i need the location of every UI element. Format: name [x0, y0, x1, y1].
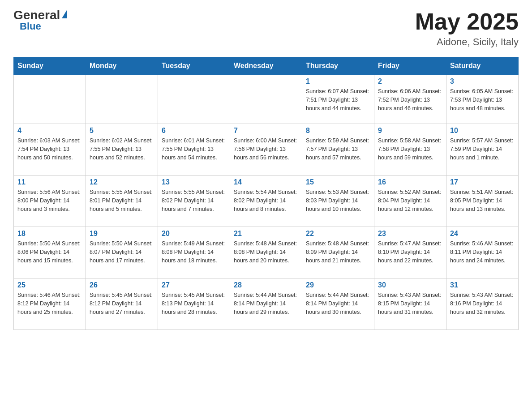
day-info: Sunrise: 5:58 AM Sunset: 7:58 PM Dayligh…: [378, 137, 442, 162]
calendar-table: Sunday Monday Tuesday Wednesday Thursday…: [13, 57, 519, 330]
table-row: 30Sunrise: 5:43 AM Sunset: 8:15 PM Dayli…: [374, 278, 446, 330]
table-row: [14, 75, 86, 124]
day-number: 12: [90, 178, 154, 186]
day-info: Sunrise: 5:55 AM Sunset: 8:01 PM Dayligh…: [90, 188, 154, 213]
table-row: 19Sunrise: 5:50 AM Sunset: 8:07 PM Dayli…: [86, 227, 158, 278]
day-number: 7: [234, 127, 298, 135]
table-row: 12Sunrise: 5:55 AM Sunset: 8:01 PM Dayli…: [86, 176, 158, 227]
day-number: 26: [90, 281, 154, 289]
day-info: Sunrise: 5:55 AM Sunset: 8:02 PM Dayligh…: [162, 188, 226, 213]
day-number: 25: [17, 281, 82, 289]
day-info: Sunrise: 5:43 AM Sunset: 8:16 PM Dayligh…: [450, 291, 515, 316]
month-year-title: May 2025: [415, 9, 519, 34]
day-info: Sunrise: 6:07 AM Sunset: 7:51 PM Dayligh…: [306, 87, 370, 112]
day-info: Sunrise: 5:52 AM Sunset: 8:04 PM Dayligh…: [378, 188, 442, 213]
day-number: 16: [378, 178, 442, 186]
logo-general-text: General: [13, 9, 60, 21]
table-row: 23Sunrise: 5:47 AM Sunset: 8:10 PM Dayli…: [374, 227, 446, 278]
col-wednesday: Wednesday: [230, 57, 302, 75]
table-row: 27Sunrise: 5:45 AM Sunset: 8:13 PM Dayli…: [158, 278, 230, 330]
logo: General Blue: [13, 9, 67, 32]
day-info: Sunrise: 5:54 AM Sunset: 8:02 PM Dayligh…: [234, 188, 298, 213]
day-info: Sunrise: 5:57 AM Sunset: 7:59 PM Dayligh…: [450, 137, 515, 162]
day-info: Sunrise: 5:50 AM Sunset: 8:06 PM Dayligh…: [17, 240, 82, 265]
week-row-5: 25Sunrise: 5:46 AM Sunset: 8:12 PM Dayli…: [14, 278, 519, 330]
day-info: Sunrise: 5:51 AM Sunset: 8:05 PM Dayligh…: [450, 188, 515, 213]
day-info: Sunrise: 5:47 AM Sunset: 8:10 PM Dayligh…: [378, 240, 442, 265]
table-row: 5Sunrise: 6:02 AM Sunset: 7:55 PM Daylig…: [86, 124, 158, 176]
day-number: 4: [17, 127, 82, 135]
day-number: 19: [90, 230, 154, 238]
table-row: [86, 75, 158, 124]
day-info: Sunrise: 5:48 AM Sunset: 8:08 PM Dayligh…: [234, 240, 298, 265]
day-number: 29: [306, 281, 370, 289]
table-row: 8Sunrise: 5:59 AM Sunset: 7:57 PM Daylig…: [302, 124, 374, 176]
calendar-header-row: Sunday Monday Tuesday Wednesday Thursday…: [14, 57, 519, 75]
day-number: 10: [450, 127, 515, 135]
table-row: 2Sunrise: 6:06 AM Sunset: 7:52 PM Daylig…: [374, 75, 446, 124]
day-info: Sunrise: 5:45 AM Sunset: 8:13 PM Dayligh…: [162, 291, 226, 316]
col-thursday: Thursday: [302, 57, 374, 75]
day-number: 1: [306, 77, 370, 86]
table-row: 1Sunrise: 6:07 AM Sunset: 7:51 PM Daylig…: [302, 75, 374, 124]
day-info: Sunrise: 6:01 AM Sunset: 7:55 PM Dayligh…: [162, 137, 226, 162]
day-info: Sunrise: 5:44 AM Sunset: 8:14 PM Dayligh…: [306, 291, 370, 316]
day-info: Sunrise: 5:46 AM Sunset: 8:12 PM Dayligh…: [17, 291, 82, 316]
table-row: 13Sunrise: 5:55 AM Sunset: 8:02 PM Dayli…: [158, 176, 230, 227]
day-info: Sunrise: 5:45 AM Sunset: 8:12 PM Dayligh…: [90, 291, 154, 316]
week-row-4: 18Sunrise: 5:50 AM Sunset: 8:06 PM Dayli…: [14, 227, 519, 278]
day-number: 13: [162, 178, 226, 186]
day-number: 23: [378, 230, 442, 238]
day-info: Sunrise: 5:53 AM Sunset: 8:03 PM Dayligh…: [306, 188, 370, 213]
table-row: 10Sunrise: 5:57 AM Sunset: 7:59 PM Dayli…: [446, 124, 519, 176]
day-info: Sunrise: 6:06 AM Sunset: 7:52 PM Dayligh…: [378, 87, 442, 112]
day-number: 5: [90, 127, 154, 135]
day-number: 30: [378, 281, 442, 289]
table-row: 28Sunrise: 5:44 AM Sunset: 8:14 PM Dayli…: [230, 278, 302, 330]
col-friday: Friday: [374, 57, 446, 75]
location-title: Aidone, Sicily, Italy: [415, 36, 519, 48]
day-number: 28: [234, 281, 298, 289]
day-number: 6: [162, 127, 226, 135]
table-row: 25Sunrise: 5:46 AM Sunset: 8:12 PM Dayli…: [14, 278, 86, 330]
table-row: [158, 75, 230, 124]
day-info: Sunrise: 6:03 AM Sunset: 7:54 PM Dayligh…: [17, 137, 82, 162]
title-section: May 2025 Aidone, Sicily, Italy: [415, 9, 519, 48]
table-row: 29Sunrise: 5:44 AM Sunset: 8:14 PM Dayli…: [302, 278, 374, 330]
day-info: Sunrise: 5:59 AM Sunset: 7:57 PM Dayligh…: [306, 137, 370, 162]
page-header: General Blue May 2025 Aidone, Sicily, It…: [13, 9, 519, 48]
logo-blue-text: Blue: [13, 21, 41, 32]
table-row: 15Sunrise: 5:53 AM Sunset: 8:03 PM Dayli…: [302, 176, 374, 227]
day-number: 22: [306, 230, 370, 238]
day-info: Sunrise: 6:02 AM Sunset: 7:55 PM Dayligh…: [90, 137, 154, 162]
day-info: Sunrise: 5:56 AM Sunset: 8:00 PM Dayligh…: [17, 188, 82, 213]
col-tuesday: Tuesday: [158, 57, 230, 75]
table-row: 21Sunrise: 5:48 AM Sunset: 8:08 PM Dayli…: [230, 227, 302, 278]
day-info: Sunrise: 5:49 AM Sunset: 8:08 PM Dayligh…: [162, 240, 226, 265]
col-monday: Monday: [86, 57, 158, 75]
day-number: 15: [306, 178, 370, 186]
table-row: 11Sunrise: 5:56 AM Sunset: 8:00 PM Dayli…: [14, 176, 86, 227]
day-number: 18: [17, 230, 82, 238]
table-row: 6Sunrise: 6:01 AM Sunset: 7:55 PM Daylig…: [158, 124, 230, 176]
day-info: Sunrise: 6:05 AM Sunset: 7:53 PM Dayligh…: [450, 87, 515, 112]
day-info: Sunrise: 5:46 AM Sunset: 8:11 PM Dayligh…: [450, 240, 515, 265]
day-number: 17: [450, 178, 515, 186]
table-row: 20Sunrise: 5:49 AM Sunset: 8:08 PM Dayli…: [158, 227, 230, 278]
day-number: 27: [162, 281, 226, 289]
table-row: 4Sunrise: 6:03 AM Sunset: 7:54 PM Daylig…: [14, 124, 86, 176]
table-row: 9Sunrise: 5:58 AM Sunset: 7:58 PM Daylig…: [374, 124, 446, 176]
table-row: 7Sunrise: 6:00 AM Sunset: 7:56 PM Daylig…: [230, 124, 302, 176]
table-row: 14Sunrise: 5:54 AM Sunset: 8:02 PM Dayli…: [230, 176, 302, 227]
day-info: Sunrise: 5:44 AM Sunset: 8:14 PM Dayligh…: [234, 291, 298, 316]
col-saturday: Saturday: [446, 57, 519, 75]
day-number: 11: [17, 178, 82, 186]
week-row-3: 11Sunrise: 5:56 AM Sunset: 8:00 PM Dayli…: [14, 176, 519, 227]
day-number: 20: [162, 230, 226, 238]
week-row-2: 4Sunrise: 6:03 AM Sunset: 7:54 PM Daylig…: [14, 124, 519, 176]
table-row: 22Sunrise: 5:48 AM Sunset: 8:09 PM Dayli…: [302, 227, 374, 278]
day-number: 3: [450, 77, 515, 86]
day-number: 2: [378, 77, 442, 86]
day-number: 14: [234, 178, 298, 186]
day-number: 31: [450, 281, 515, 289]
